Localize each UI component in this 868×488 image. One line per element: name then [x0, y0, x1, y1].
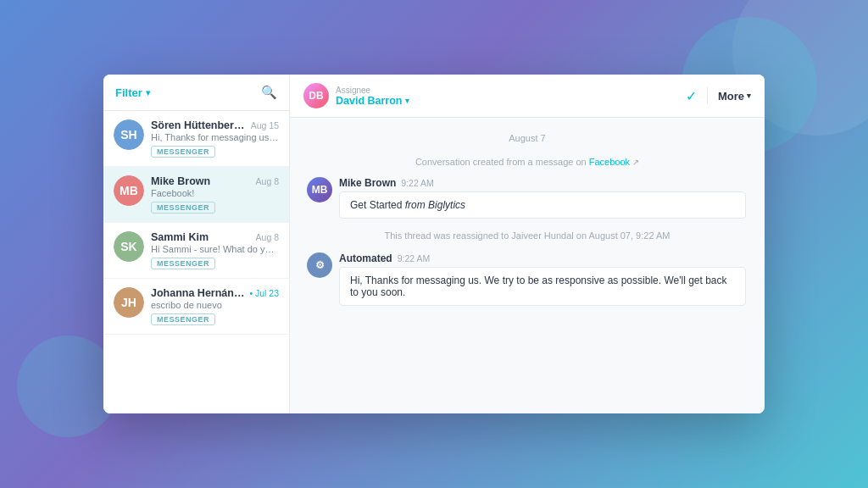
- mike-message-meta: Mike Brown 9:22 AM: [339, 177, 748, 189]
- sidebar-header: Filter ▾ 🔍: [103, 75, 289, 111]
- sidebar: Filter ▾ 🔍 SH Sören Hüttenberger Aug 15 …: [103, 75, 290, 413]
- conv-tag: MESSENGER: [151, 258, 215, 269]
- avatar: MB: [114, 175, 144, 206]
- automated-message-content: Automated 9:22 AM Hi, Thanks for messagi…: [339, 252, 748, 306]
- mike-avatar: MB: [307, 177, 332, 202]
- conversation-item[interactable]: JH Johanna Hernández • Jul 23 escribo de…: [103, 279, 289, 335]
- avatar-initials: SH: [114, 119, 144, 150]
- chat-area: August 7 Conversation created from a mes…: [290, 118, 765, 413]
- conv-info: Johanna Hernández • Jul 23 escribo de nu…: [151, 287, 279, 325]
- assignee-avatar: DB: [303, 83, 329, 108]
- assignee-info: Assignee David Barron ▾: [336, 86, 679, 107]
- automated-avatar: ⚙: [307, 252, 332, 278]
- conversation-item[interactable]: SH Sören Hüttenberger Aug 15 Hi, Thanks …: [103, 111, 289, 167]
- conv-top: Sammi Kim Aug 8: [151, 231, 279, 243]
- main-panel: DB Assignee David Barron ▾ ✓ More ▾: [290, 75, 765, 413]
- automated-message-bubble: Hi, Thanks for messaging us. We try to b…: [339, 267, 746, 306]
- automated-message-meta: Automated 9:22 AM: [339, 252, 748, 264]
- mike-message-content: Mike Brown 9:22 AM Get Started from Bigl…: [339, 177, 748, 219]
- mike-message-text-before: Get Started: [350, 199, 405, 211]
- assignee-chevron-icon: ▾: [405, 97, 409, 105]
- automated-sender-name: Automated: [339, 252, 392, 264]
- conv-preview: Hi Sammi - sure! What do you need?: [151, 244, 279, 254]
- conv-tag: MESSENGER: [151, 146, 215, 158]
- conv-preview: escribo de nuevo: [151, 300, 279, 310]
- avatar-initials: JH: [114, 287, 144, 318]
- conversation-item[interactable]: MB Mike Brown Aug 8 Facebook! MESSENGER: [103, 167, 289, 223]
- conv-top: Mike Brown Aug 8: [151, 175, 279, 187]
- conv-name: Johanna Hernández: [151, 287, 246, 299]
- assignee-name[interactable]: David Barron ▾: [336, 95, 679, 107]
- conv-tag: MESSENGER: [151, 313, 215, 325]
- check-icon: ✓: [686, 89, 697, 103]
- more-button[interactable]: More ▾: [718, 90, 751, 103]
- avatar: JH: [114, 287, 144, 318]
- message-row-automated: ⚙ Automated 9:22 AM Hi, Thanks for messa…: [307, 252, 748, 306]
- conv-preview: Facebook!: [151, 188, 279, 198]
- conv-name: Sammi Kim: [151, 231, 209, 243]
- conversation-list: SH Sören Hüttenberger Aug 15 Hi, Thanks …: [103, 111, 289, 413]
- conversation-item[interactable]: SK Sammi Kim Aug 8 Hi Sammi - sure! What…: [103, 223, 289, 279]
- assignee-initials: DB: [309, 90, 323, 102]
- system-message: Conversation created from a message on F…: [307, 157, 748, 167]
- filter-button[interactable]: Filter ▾: [115, 86, 150, 99]
- conv-top: Johanna Hernández • Jul 23: [151, 287, 279, 299]
- conv-date: Aug 15: [251, 120, 279, 130]
- conv-info: Mike Brown Aug 8 Facebook! MESSENGER: [151, 175, 279, 214]
- date-divider: August 7: [307, 133, 748, 143]
- avatar-initials: MB: [114, 175, 144, 206]
- search-icon: 🔍: [261, 85, 277, 99]
- system-message-text: Conversation created from a message on: [415, 157, 587, 167]
- more-label: More: [718, 90, 744, 103]
- filter-chevron-icon: ▾: [146, 88, 150, 97]
- main-header: DB Assignee David Barron ▾ ✓ More ▾: [290, 75, 765, 118]
- assignee-name-text: David Barron: [336, 95, 403, 107]
- message-row-mike: MB Mike Brown 9:22 AM Get Started from B…: [307, 177, 748, 219]
- conv-name: Sören Hüttenberger: [151, 119, 248, 131]
- assignee-label: Assignee: [336, 86, 679, 95]
- conv-date: Aug 8: [256, 176, 279, 186]
- automated-avatar-icon: ⚙: [315, 259, 325, 271]
- reassign-message: This thread was reassigned to Jaiveer Hu…: [307, 227, 748, 244]
- filter-label: Filter: [115, 86, 142, 99]
- app-container: Filter ▾ 🔍 SH Sören Hüttenberger Aug 15 …: [103, 75, 765, 413]
- avatar: SK: [114, 231, 144, 262]
- conv-preview: Hi, Thanks for messaging us. We tr...: [151, 132, 279, 142]
- avatar-initials: SK: [114, 231, 144, 262]
- mike-avatar-initials: MB: [312, 184, 328, 196]
- conv-info: Sören Hüttenberger Aug 15 Hi, Thanks for…: [151, 119, 279, 158]
- facebook-link[interactable]: Facebook: [589, 157, 630, 167]
- check-button[interactable]: ✓: [686, 88, 697, 104]
- automated-message-time: 9:22 AM: [398, 253, 431, 263]
- header-actions: ✓ More ▾: [686, 87, 751, 104]
- conv-top: Sören Hüttenberger Aug 15: [151, 119, 279, 131]
- mike-message-time: 9:22 AM: [401, 178, 434, 188]
- mike-sender-name: Mike Brown: [339, 177, 396, 189]
- external-link-icon: ↗: [632, 158, 639, 167]
- search-button[interactable]: 🔍: [261, 85, 277, 100]
- avatar: SH: [114, 119, 144, 150]
- conv-date: • Jul 23: [249, 288, 279, 298]
- conv-info: Sammi Kim Aug 8 Hi Sammi - sure! What do…: [151, 231, 279, 269]
- mike-message-bubble: Get Started from Biglytics: [339, 191, 746, 219]
- header-divider: [707, 87, 708, 104]
- conv-tag: MESSENGER: [151, 202, 215, 214]
- conv-date: Aug 8: [256, 232, 279, 242]
- conv-name: Mike Brown: [151, 175, 210, 187]
- more-chevron-icon: ▾: [747, 92, 751, 100]
- mike-message-text-italic: from Biglytics: [405, 199, 465, 211]
